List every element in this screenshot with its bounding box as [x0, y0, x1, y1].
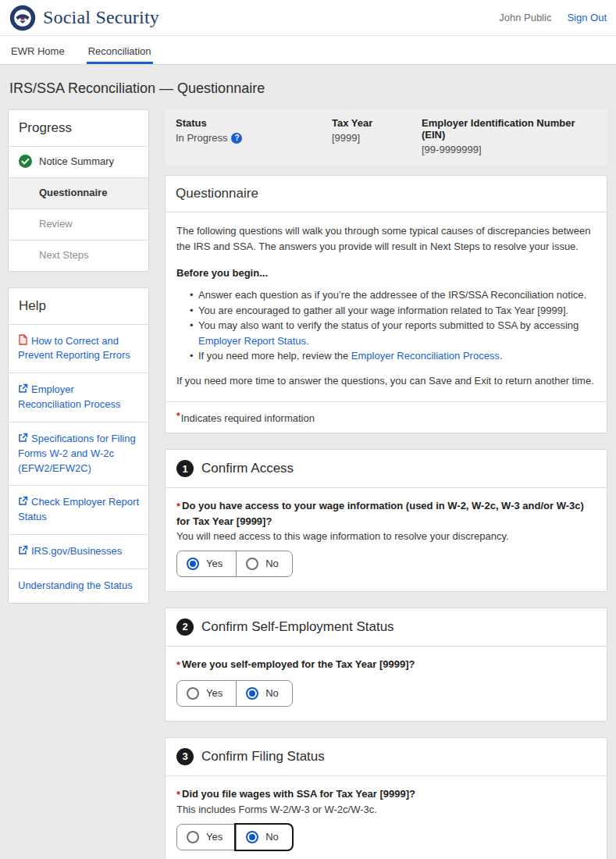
progress-panel: Progress Notice Summary Questionnaire Re…	[8, 109, 149, 272]
app-header: Social Security John Public Sign Out	[0, 0, 616, 36]
sign-out-link[interactable]: Sign Out	[567, 12, 607, 23]
required-note: Indicates required information	[181, 412, 315, 424]
step-1-number-icon: 1	[176, 460, 194, 477]
page-content: IRS/SSA Reconciliation — Questionnaire P…	[0, 65, 616, 859]
step-3-number-icon: 3	[176, 748, 194, 765]
question-3-panel: 3 Confirm Filing Status *Did you file wa…	[165, 737, 607, 859]
help-link-check-report-status[interactable]: Check Employer Report Status	[9, 485, 148, 534]
bullet-suffix: .	[500, 350, 503, 362]
required-asterisk: *	[176, 411, 180, 422]
radio-selected-icon	[187, 558, 199, 570]
question-2-radio-group: Yes No	[176, 680, 293, 707]
required-asterisk: *	[176, 789, 180, 800]
question-3-no-radio[interactable]: No	[236, 825, 292, 850]
radio-label: Yes	[206, 558, 223, 569]
external-link-icon	[18, 496, 28, 506]
ein-value: [99-9999999]	[422, 144, 482, 155]
tax-year-label: Tax Year	[332, 117, 422, 129]
progress-title: Progress	[9, 110, 148, 146]
help-link-understanding-status[interactable]: Understanding the Status	[9, 569, 148, 603]
progress-item-questionnaire[interactable]: Questionnaire	[9, 177, 148, 209]
help-link-label: How to Correct and Prevent Reporting Err…	[18, 335, 130, 362]
question-3-hint: This includes Forms W-2/W-3 or W-2c/W-3c…	[176, 803, 596, 817]
progress-item-label: Next Steps	[39, 249, 89, 261]
external-link-icon	[18, 545, 28, 555]
progress-item-label: Notice Summary	[39, 155, 114, 167]
questionnaire-panel: Questionnaire The following questions wi…	[165, 175, 607, 433]
progress-item-notice-summary[interactable]: Notice Summary	[9, 146, 148, 177]
help-panel: Help How to Correct and Prevent Reportin…	[8, 287, 149, 604]
help-link-label: IRS.gov/Businesses	[31, 545, 122, 557]
question-1-yes-radio[interactable]: Yes	[177, 551, 236, 576]
question-2-yes-radio[interactable]: Yes	[177, 681, 236, 706]
question-1-panel: 1 Confirm Access *Do you have access to …	[165, 449, 607, 592]
progress-item-review: Review	[9, 209, 148, 240]
intro-paragraph: The following questions will walk you th…	[176, 223, 596, 255]
question-3-radio-group: Yes No	[176, 824, 293, 850]
sidebar: Progress Notice Summary Questionnaire Re…	[8, 109, 149, 604]
pdf-icon	[18, 334, 28, 345]
radio-label: No	[265, 687, 279, 699]
question-1-no-radio[interactable]: No	[236, 551, 292, 576]
nav-item-reconciliation[interactable]: Reconciliation	[87, 36, 153, 64]
step-2-number-icon: 2	[176, 618, 194, 636]
status-help-icon[interactable]: ?	[231, 133, 242, 144]
question-3-text: *Did you file wages with SSA for Tax Yea…	[176, 787, 596, 803]
bullet-text: If you need more help, review the	[198, 350, 351, 362]
question-1-text: *Do you have access to your wage informa…	[176, 499, 596, 529]
external-link-icon	[18, 433, 28, 443]
list-item: You may also want to verify the status o…	[198, 318, 596, 348]
radio-unselected-icon	[187, 687, 199, 700]
question-1-heading: Confirm Access	[201, 461, 294, 476]
page-title: IRS/SSA Reconciliation — Questionnaire	[8, 73, 607, 109]
radio-label: No	[265, 831, 279, 843]
question-2-heading: Confirm Self-Employment Status	[201, 619, 394, 635]
list-item: If you need more help, review the Employ…	[198, 348, 596, 364]
help-link-reconciliation-process[interactable]: Employer Reconciliation Process	[9, 372, 148, 422]
help-link-specifications-w2[interactable]: Specifications for Filing Forms W-2 and …	[9, 422, 148, 486]
brand-title: Social Security	[43, 7, 159, 28]
help-link-label: Employer Reconciliation Process	[18, 383, 121, 410]
required-asterisk: *	[176, 659, 180, 671]
bullet-text: Answer each question as if you’re the ad…	[198, 289, 586, 301]
progress-item-next-steps: Next Steps	[9, 240, 148, 271]
list-item: You are encouraged to gather all your wa…	[198, 303, 596, 319]
question-3-yes-radio[interactable]: Yes	[177, 825, 236, 850]
question-2-no-radio[interactable]: No	[236, 681, 292, 706]
radio-unselected-icon	[187, 831, 199, 843]
question-1-hint: You will need access to this wage inform…	[176, 529, 596, 544]
radio-selected-icon	[246, 687, 258, 700]
question-1-radio-group: Yes No	[176, 551, 293, 577]
progress-item-label: Review	[39, 218, 73, 230]
main-column: Status In Progress ? Tax Year [9999] Emp…	[165, 109, 607, 859]
questionnaire-title: Questionnaire	[166, 176, 607, 212]
bullet-suffix: .	[306, 335, 309, 347]
ssa-seal-icon	[9, 5, 36, 31]
status-value: In Progress	[176, 132, 227, 144]
nav-item-ewr-home[interactable]: EWR Home	[9, 36, 66, 64]
progress-item-label: Questionnaire	[39, 187, 107, 198]
save-exit-note: If you need more time to answer the ques…	[176, 373, 596, 389]
question-2-text: *Were you self-employed for the Tax Year…	[176, 658, 596, 673]
tax-year-value: [9999]	[332, 132, 360, 144]
questionnaire-intro: The following questions will walk you th…	[166, 212, 607, 401]
radio-label: No	[265, 558, 279, 569]
help-link-label: Check Employer Report Status	[18, 496, 139, 522]
help-link-irs-gov-businesses[interactable]: IRS.gov/Businesses	[9, 534, 148, 569]
employer-reconciliation-process-link[interactable]: Employer Reconciliation Process	[351, 350, 500, 362]
radio-label: Yes	[206, 831, 223, 843]
question-2-panel: 2 Confirm Self-Employment Status *Were y…	[165, 608, 607, 722]
user-name: John Public	[499, 12, 551, 23]
help-link-correct-prevent-errors[interactable]: How to Correct and Prevent Reporting Err…	[9, 324, 148, 373]
bullet-text: You may also want to verify the status o…	[198, 319, 579, 331]
help-link-label: Specifications for Filing Forms W-2 and …	[18, 433, 136, 474]
help-title: Help	[9, 288, 148, 324]
help-link-label: Understanding the Status	[18, 579, 133, 591]
primary-nav: EWR Home Reconciliation	[0, 36, 616, 65]
before-you-begin-heading: Before you begin...	[176, 266, 596, 281]
employer-report-status-link[interactable]: Employer Report Status	[198, 335, 306, 347]
radio-unselected-icon	[246, 558, 258, 570]
question-3-heading: Confirm Filing Status	[201, 749, 325, 765]
check-circle-icon	[19, 155, 32, 168]
radio-label: Yes	[206, 687, 223, 699]
